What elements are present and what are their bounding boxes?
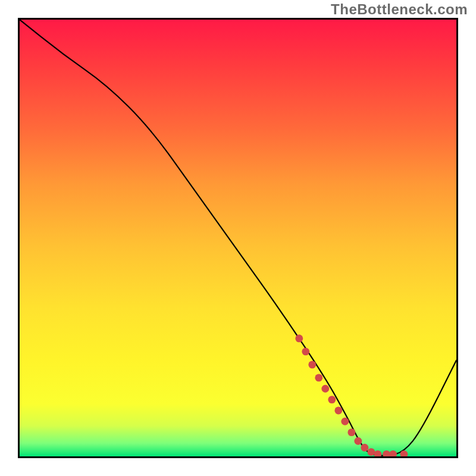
highlight-dot — [321, 385, 329, 393]
highlight-dots — [295, 334, 408, 456]
plot-frame — [18, 18, 458, 458]
highlight-dot — [361, 444, 368, 452]
highlight-dot — [341, 418, 349, 425]
chart-stage: TheBottleneck.com — [0, 0, 476, 476]
highlight-dot — [328, 396, 336, 403]
watermark-text: TheBottleneck.com — [331, 1, 468, 18]
chart-overlay — [20, 20, 456, 456]
highlight-dot — [389, 450, 397, 456]
highlight-dot — [302, 347, 309, 355]
highlight-dot — [315, 374, 322, 381]
highlight-dot — [295, 334, 303, 342]
highlight-dot — [354, 437, 362, 445]
highlight-dot — [374, 450, 381, 456]
highlight-dot — [308, 361, 316, 368]
highlight-dot — [367, 448, 375, 456]
highlight-dot — [334, 406, 342, 414]
highlight-dot — [347, 428, 355, 436]
curve-line — [20, 20, 456, 456]
highlight-dot — [383, 450, 390, 456]
